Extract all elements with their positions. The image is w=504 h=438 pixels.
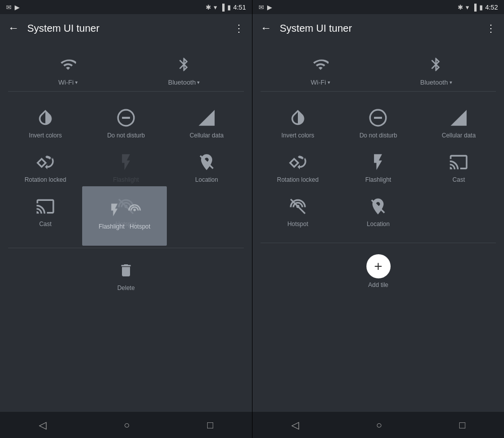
wifi-bt-row-right: Wi-Fi ▾ Bluetooth ▾ — [253, 52, 504, 86]
back-button-left[interactable]: ← — [8, 22, 19, 35]
delete-label: Delete — [117, 284, 135, 291]
tile-invert-colors-left[interactable]: Invert colors — [5, 101, 86, 145]
menu-button-right[interactable]: ⋮ — [486, 22, 496, 34]
status-time-right: 4:52 — [485, 4, 498, 11]
drag-label-hotspot: Hotspot — [130, 223, 150, 230]
tile-rotation-right[interactable]: Rotation locked — [258, 145, 338, 189]
cast-icon-right — [448, 151, 470, 173]
dnd-icon-right — [367, 107, 389, 129]
bluetooth-toggle-left[interactable]: Bluetooth ▾ — [151, 52, 217, 86]
tile-label-flashlight-right: Flashlight — [365, 176, 391, 183]
status-bar-right: ✉ ▶ ✱ ▾ ▐ ▮ 4:52 — [253, 0, 504, 14]
wifi-label-left: Wi-Fi ▾ — [58, 79, 78, 86]
tile-dnd-left[interactable]: Do not disturb — [86, 101, 166, 145]
tile-label-invert-colors-right: Invert colors — [281, 132, 314, 139]
gmail-icon-right: ✉ — [259, 4, 264, 11]
hotspot-icon-right — [287, 195, 309, 217]
wifi-icon-left — [56, 52, 80, 77]
status-bar-right-icons: ✱ ▾ ▐ ▮ 4:51 — [206, 4, 246, 11]
tile-dnd-right[interactable]: Do not disturb — [338, 101, 419, 145]
add-tile-circle-icon[interactable]: + — [366, 254, 391, 278]
invert-colors-icon-left — [34, 107, 56, 129]
nav-back-right[interactable]: ◁ — [281, 415, 309, 435]
signal-status-icon-right: ▐ — [472, 4, 476, 11]
tile-label-rotation-left: Rotation locked — [25, 176, 67, 183]
tile-invert-colors-right[interactable]: Invert colors — [258, 101, 338, 145]
tile-location-right[interactable]: Location — [338, 189, 419, 234]
rotation-icon-right — [287, 151, 309, 173]
tile-cellular-left[interactable]: Cellular data — [166, 101, 247, 145]
nav-back-left[interactable]: ◁ — [29, 415, 56, 435]
nav-home-right[interactable]: ○ — [366, 415, 392, 435]
tile-rotation-left[interactable]: Rotation locked — [5, 145, 86, 189]
bluetooth-icon-right — [424, 52, 448, 77]
status-bar-left-icons: ✉ ▶ — [6, 4, 20, 11]
plus-icon: + — [374, 259, 382, 273]
left-panel: ✉ ▶ ✱ ▾ ▐ ▮ 4:51 ← System UI tuner ⋮ — [0, 0, 252, 438]
status-time-left: 4:51 — [233, 4, 246, 11]
nav-bar-right: ◁ ○ □ — [253, 412, 504, 438]
drag-overlay: Flashlight Hotspot — [82, 186, 167, 246]
gmail-icon: ✉ — [6, 4, 12, 11]
back-button-right[interactable]: ← — [261, 22, 272, 35]
tile-label-rotation-right: Rotation locked — [277, 176, 319, 183]
delete-icon — [115, 259, 137, 281]
battery-status-icon-right: ▮ — [479, 4, 483, 11]
bluetooth-toggle-right[interactable]: Bluetooth ▾ — [403, 52, 469, 86]
wifi-toggle-right[interactable]: Wi-Fi ▾ — [288, 52, 353, 86]
signal-status-icon: ▐ — [220, 4, 224, 11]
location-icon-right — [367, 195, 389, 217]
tile-label-hotspot-right: Hotspot — [287, 221, 308, 228]
nav-recent-right[interactable]: □ — [449, 415, 475, 435]
divider-2-right — [261, 243, 496, 243]
nav-home-left[interactable]: ○ — [113, 415, 140, 435]
play-icon: ▶ — [15, 4, 20, 11]
drag-label-flashlight: Flashlight — [99, 223, 124, 230]
nav-recent-left[interactable]: □ — [197, 415, 223, 435]
tile-location-left[interactable]: Location — [166, 145, 247, 189]
tile-label-location-right: Location — [367, 221, 390, 228]
tiles-grid-right: Invert colors Do not disturb — [253, 97, 504, 238]
invert-colors-icon-right — [287, 107, 309, 129]
wifi-icon-right — [308, 52, 333, 77]
tile-label-flashlight-left: Flashlight — [113, 176, 139, 183]
content-right: Wi-Fi ▾ Bluetooth ▾ — [253, 42, 504, 412]
delete-button[interactable]: Delete — [115, 259, 137, 291]
wifi-status-icon: ▾ — [214, 4, 217, 11]
tile-cellular-right[interactable]: Cellular data — [418, 101, 499, 145]
flashlight-icon-left — [115, 151, 137, 173]
location-icon-left — [196, 151, 218, 173]
tile-flashlight-right[interactable]: Flashlight — [338, 145, 419, 189]
wifi-toggle-left[interactable]: Wi-Fi ▾ — [35, 52, 101, 86]
bluetooth-status-icon: ✱ — [206, 4, 211, 11]
tile-hotspot-right[interactable]: Hotspot — [258, 189, 338, 234]
top-bar-right: ← System UI tuner ⋮ — [253, 14, 504, 42]
wifi-bt-row-left: Wi-Fi ▾ Bluetooth ▾ — [0, 52, 252, 86]
tile-label-cellular-left: Cellular data — [190, 132, 223, 139]
rotation-icon-left — [34, 151, 56, 173]
divider-1-left — [8, 91, 244, 92]
divider-1-right — [261, 91, 496, 92]
tile-cast-right[interactable]: Cast — [418, 145, 499, 189]
content-left: Wi-Fi ▾ Bluetooth ▾ — [0, 42, 252, 412]
tile-cast-left[interactable]: Cast — [5, 189, 86, 234]
dnd-icon-left — [115, 107, 137, 129]
bluetooth-status-icon-right: ✱ — [458, 4, 463, 11]
add-tile-label: Add tile — [368, 281, 388, 288]
bluetooth-label-left: Bluetooth ▾ — [168, 79, 200, 86]
bluetooth-icon-left — [172, 52, 196, 77]
add-tile-button[interactable]: + Add tile — [366, 254, 391, 288]
page-title-right: System UI tuner — [280, 23, 486, 34]
divider-2-left — [8, 248, 244, 248]
tile-label-cast-left: Cast — [39, 221, 52, 228]
menu-button-left[interactable]: ⋮ — [234, 22, 244, 34]
top-bar-left: ← System UI tuner ⋮ — [0, 14, 252, 42]
cellular-icon-right — [448, 107, 470, 129]
tile-flashlight-left[interactable]: Flashlight — [86, 145, 166, 189]
drag-overlay-icons — [107, 202, 142, 221]
nav-bar-left: ◁ ○ □ — [0, 412, 252, 438]
tile-label-dnd-right: Do not disturb — [359, 132, 397, 139]
cellular-icon-left — [196, 107, 218, 129]
delete-action-row: Delete — [0, 253, 252, 298]
tile-label-cellular-right: Cellular data — [442, 132, 475, 139]
